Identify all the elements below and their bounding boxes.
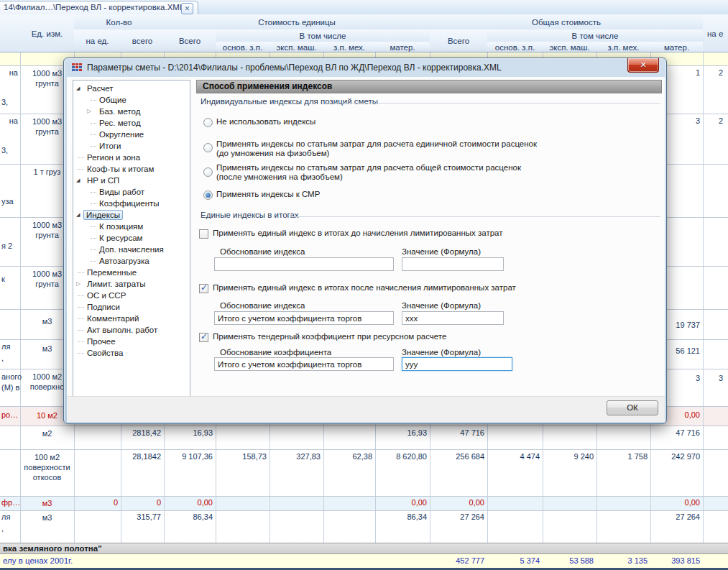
cell-desc: я 2 bbox=[1, 242, 12, 250]
tree-item-baz-metod[interactable]: ▷Баз. метод bbox=[73, 106, 190, 117]
checkbox-index-after-limit[interactable]: ✓ bbox=[199, 284, 208, 293]
cell-desc: (М) в bbox=[1, 383, 19, 392]
panel-header: Способ применения индексов bbox=[196, 80, 662, 93]
radio-no-indexes[interactable] bbox=[203, 118, 213, 127]
tree-item-res-metod[interactable]: Рес. метод bbox=[73, 117, 190, 129]
group1-label: Индивидуальные индексы для позиций сметы bbox=[201, 97, 378, 106]
value-formula-input-focused[interactable] bbox=[402, 357, 512, 371]
tree-item-koefficienty[interactable]: Коэффициенты bbox=[73, 198, 190, 209]
radio-total-cost-indexes-label[interactable]: Применять индексы по статьям затрат для … bbox=[216, 163, 521, 173]
checkbox-tender-coefficient[interactable]: ✓ bbox=[199, 333, 208, 342]
value-formula-label: Значение (Формула) bbox=[402, 301, 481, 310]
tree-item-kommentarij[interactable]: Комментарий bbox=[73, 313, 190, 324]
cell-unit: м3 bbox=[20, 498, 74, 508]
radio-smr-indexes[interactable] bbox=[203, 190, 213, 200]
close-icon: ✕ bbox=[640, 60, 646, 69]
cell-desc: 3, bbox=[1, 146, 8, 155]
cell-desc: на bbox=[4, 116, 18, 125]
radio-smr-indexes-label[interactable]: Применять индексы к СМР bbox=[216, 190, 320, 199]
cell-total-all: 47 716 bbox=[430, 428, 484, 437]
cell-total-all: 256 684 bbox=[430, 452, 484, 461]
expanded-icon[interactable]: ◢ bbox=[76, 175, 83, 186]
tree-item-indeksy[interactable]: ◢Индексы bbox=[73, 209, 190, 221]
totals-mater: 393 815 bbox=[651, 556, 700, 565]
basis-label: Обоснование индекса bbox=[220, 301, 305, 310]
cell-na-e: 2 bbox=[719, 116, 723, 125]
cell-unit-cost-mater: 0,00 bbox=[376, 498, 427, 507]
header-ed-izm: Ед. изм. bbox=[20, 14, 75, 53]
collapsed-icon[interactable]: ▷ bbox=[76, 278, 83, 290]
cell-desc: ля bbox=[1, 342, 10, 351]
dialog-close-button[interactable]: ✕ bbox=[627, 58, 659, 73]
tree-item-os-i-ssr[interactable]: ОС и ССР bbox=[73, 290, 190, 301]
cell-total-all: 0,00 bbox=[430, 498, 484, 507]
ok-button[interactable]: ОК bbox=[607, 400, 658, 415]
tree-item-region-i-zona[interactable]: Регион и зона bbox=[73, 152, 190, 163]
tab-close-icon[interactable]: ✕ bbox=[181, 3, 193, 14]
tree-item-svojstva[interactable]: Свойства bbox=[73, 347, 190, 359]
document-tab[interactable]: 14\Филиал…\Переход ВЛ - корректировка.XM… bbox=[0, 1, 198, 15]
cell-total-mater: 27 264 bbox=[651, 512, 700, 521]
tree-item-prochee[interactable]: Прочее bbox=[73, 336, 190, 347]
radio-no-indexes-label[interactable]: Не использовать индексы bbox=[216, 117, 315, 127]
cell-total-mater: 47 716 bbox=[651, 428, 700, 437]
tree-item-akt-vypoln-rabot[interactable]: Акт выполн. работ bbox=[73, 324, 190, 336]
cell-unit-cost-zpmeh: 62,38 bbox=[324, 452, 372, 461]
coefficient-basis-input[interactable] bbox=[214, 357, 394, 371]
basis-label: Обоснование индекса bbox=[220, 247, 305, 256]
checkbox-index-after-limit-label[interactable]: Применять единый индекс в итогах после н… bbox=[213, 283, 516, 293]
basis-input[interactable] bbox=[214, 311, 394, 325]
header-obshaya-stoimost: Общая стоимость bbox=[430, 14, 704, 30]
section-title: вка земляного полотна" bbox=[3, 544, 102, 553]
collapsed-icon[interactable]: ▷ bbox=[87, 106, 94, 117]
expanded-icon[interactable]: ◢ bbox=[76, 83, 83, 94]
tree-item-itogi[interactable]: Итоги bbox=[73, 140, 190, 152]
radio-total-cost-indexes[interactable] bbox=[203, 167, 213, 177]
cell-desc: ля bbox=[1, 512, 10, 521]
cell-unit: м2 bbox=[20, 428, 74, 438]
cell-desc: уза bbox=[1, 197, 14, 206]
dialog-footer bbox=[67, 396, 665, 422]
tree-item-k-poziciyam[interactable]: К позициям bbox=[73, 221, 190, 232]
tree-item-dop-nachisleniya[interactable]: Доп. начисления bbox=[73, 244, 190, 255]
header-ob-vsego: Всего bbox=[430, 29, 488, 53]
cell-total-mater: 0,00 bbox=[651, 498, 700, 507]
document-tabbar: 14\Филиал…\Переход ВЛ - корректировка.XM… bbox=[0, 0, 728, 15]
header-kolvo: Кол-во bbox=[74, 14, 165, 30]
cell-unit-cost-mater: 8 620,80 bbox=[376, 452, 427, 461]
estimate-app-icon bbox=[71, 62, 83, 73]
tree-item-okruglenie[interactable]: Округление bbox=[73, 129, 190, 140]
tree-item-avtozagruzka[interactable]: Автозагрузка bbox=[73, 255, 190, 267]
tree-item-podpisi[interactable]: Подписи bbox=[73, 301, 190, 313]
cell-unit-cost-osn: 158,73 bbox=[216, 452, 267, 461]
expanded-icon[interactable]: ◢ bbox=[76, 209, 83, 221]
cell-total-osn: 4 474 bbox=[488, 452, 540, 461]
value-formula-input[interactable] bbox=[402, 311, 504, 325]
totals-zpmeh: 3 135 bbox=[597, 556, 648, 565]
tree-item-raschet[interactable]: ◢Расчет bbox=[73, 83, 190, 94]
tree-item-k-resursam[interactable]: К ресурсам bbox=[73, 232, 190, 244]
check-icon: ✓ bbox=[201, 331, 208, 341]
tree-item-peremennye[interactable]: Переменные bbox=[73, 267, 190, 278]
value-formula-label: Значение (Формула) bbox=[402, 348, 481, 357]
tree-item-vidy-rabot[interactable]: Виды работ bbox=[73, 186, 190, 198]
header-na-ed: на ед. bbox=[74, 29, 121, 53]
totals-osn: 5 374 bbox=[488, 556, 540, 565]
radio-unit-cost-indexes[interactable] bbox=[203, 143, 213, 152]
cell-desc: на bbox=[4, 68, 18, 77]
basis-input[interactable] bbox=[214, 257, 394, 271]
checkbox-index-before-limit-label[interactable]: Применять единый индекс в итогах до начи… bbox=[213, 229, 502, 238]
tree-item-obshchie[interactable]: Общие bbox=[73, 94, 190, 106]
document-tab-label: 14\Филиал…\Переход ВЛ - корректировка.XM… bbox=[4, 3, 184, 12]
header-st-vsego: Всего bbox=[164, 29, 216, 53]
cell-desc: , bbox=[1, 524, 4, 533]
checkbox-index-before-limit[interactable] bbox=[199, 229, 208, 239]
tree-item-nr-i-sp[interactable]: ◢НР и СП bbox=[73, 175, 190, 186]
parameters-dialog: Параметры сметы - D:\2014\Филиалы - проб… bbox=[63, 58, 667, 424]
tree-item-koef-ty-k-itogam[interactable]: Коэф-ты к итогам bbox=[73, 163, 190, 175]
value-formula-input[interactable] bbox=[402, 257, 504, 271]
checkbox-tender-coefficient-label[interactable]: Применять тендерный коэффициент при ресу… bbox=[213, 332, 446, 341]
radio-unit-cost-indexes-label[interactable]: Применять индексы по статьям затрат для … bbox=[216, 139, 537, 149]
cell-qty-total: 2818,42 bbox=[121, 428, 161, 437]
tree-item-limit-zatraty[interactable]: ▷Лимит. затраты bbox=[73, 278, 190, 290]
